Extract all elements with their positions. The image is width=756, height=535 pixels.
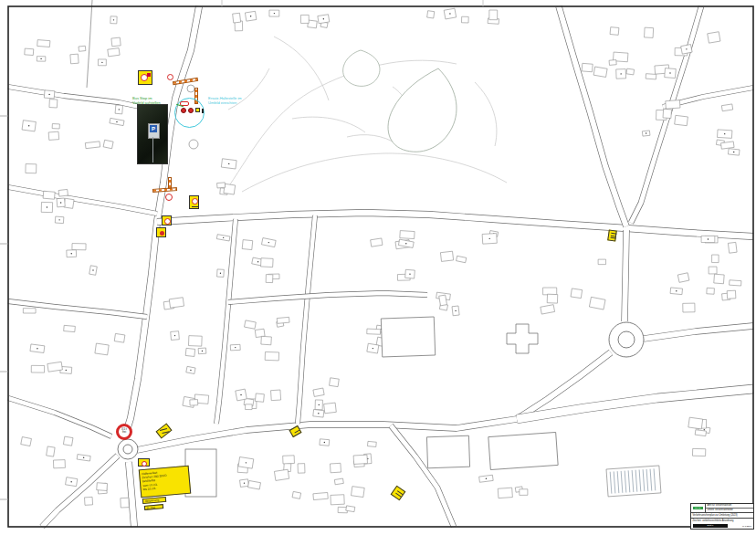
cyan-note: Ersatz-Haltestelle im Umfeld einrichten (208, 97, 242, 106)
weight-limit-line2: frei (119, 431, 130, 434)
red-dot-icon (160, 231, 164, 236)
cyan-note-line2: Umfeld einrichten (208, 101, 242, 106)
prohibition-icon (192, 198, 198, 205)
bus-stop-icon (181, 108, 186, 113)
sign-text-bar (610, 237, 615, 239)
sign-text-bar (610, 235, 615, 236)
logo-icon: PLAN (693, 507, 703, 510)
yellow-sign-board-top (138, 70, 152, 85)
red-marker-icon (147, 73, 151, 77)
title-block-logo: PLAN (691, 504, 706, 512)
title-block-scale: M 1:2500 (728, 525, 753, 528)
parking-sign-icon: P (148, 123, 160, 139)
sign-text-bar (192, 206, 198, 207)
yellow-sign-board (189, 195, 199, 209)
map-canvas (0, 0, 756, 535)
title-block-footer-bar: Blatt 1 (693, 524, 728, 528)
no-entry-icon (165, 194, 173, 201)
title-block: PLAN Amt für Verkehrswesen Untere Verkeh… (690, 503, 754, 530)
yellow-sign-board (156, 227, 166, 237)
prohibition-icon (164, 218, 171, 225)
sign-stripe (160, 428, 167, 431)
parking-sign-letter: P (150, 125, 157, 132)
post-icon (202, 109, 205, 113)
title-block-row1b: Untere Verkehrsbehörde (706, 509, 753, 512)
sign-pole (152, 137, 154, 163)
traffic-plan-page: Bus Stop im Vorfeld aufstellen Ersatz-Ha… (0, 0, 756, 535)
bus-stop-icon (188, 108, 194, 113)
yellow-sign-board (162, 215, 172, 226)
site-photo: P (137, 104, 168, 164)
yellow-sign-board (138, 458, 150, 467)
yellow-sign-board (607, 229, 617, 241)
weight-limit-sign: 3,5 t frei (116, 424, 132, 440)
prohibition-icon (142, 461, 147, 467)
marker-bar (294, 430, 299, 434)
no-entry-icon (167, 74, 173, 80)
note-box: Halteverbot Zeichen 283 StVO beidseitig … (139, 466, 191, 498)
yellow-marker-icon (195, 108, 200, 112)
sign-text-bar (611, 233, 616, 235)
sign-stripe (162, 431, 169, 434)
